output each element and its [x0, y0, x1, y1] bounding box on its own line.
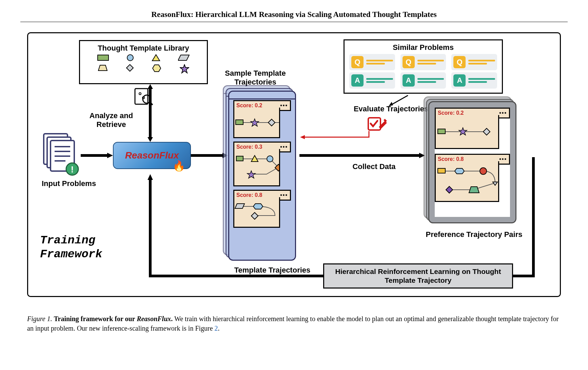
- similar-problems-title: Similar Problems: [349, 43, 497, 52]
- a-icon: A: [453, 74, 466, 87]
- svg-rect-8: [135, 89, 148, 104]
- svg-marker-15: [148, 137, 153, 142]
- q-icon: Q: [403, 56, 415, 68]
- svg-marker-5: [126, 64, 133, 71]
- circle-icon: [126, 54, 134, 61]
- triangle-icon: [152, 54, 160, 61]
- diamond-icon: [126, 64, 134, 72]
- input-problems-label: Input Problems: [42, 179, 96, 188]
- figure-2-link[interactable]: 2: [215, 325, 218, 332]
- arrow-ttl-rflux: [147, 84, 154, 142]
- q-icon: Q: [453, 56, 466, 68]
- svg-point-1: [127, 55, 133, 61]
- svg-marker-30: [251, 119, 259, 126]
- q-row: Q Q Q: [349, 54, 497, 70]
- svg-marker-26: [107, 153, 113, 158]
- trapezoid-icon: [98, 64, 107, 72]
- ttl-shapes-row-1: [80, 53, 207, 63]
- svg-marker-2: [152, 55, 160, 61]
- ttl-title: Thought Template Library: [80, 44, 207, 53]
- svg-marker-45: [300, 135, 305, 139]
- arrow-input-rflux: [81, 152, 113, 159]
- svg-rect-0: [98, 55, 109, 60]
- svg-marker-7: [180, 64, 189, 73]
- hexagon-icon: [152, 64, 161, 72]
- star-icon: [180, 64, 189, 74]
- analyze-retrieve-label: Analyze and Retrieve: [87, 111, 135, 129]
- svg-text:!: !: [71, 164, 74, 174]
- similar-problems-box: Similar Problems Q Q Q A A A: [344, 39, 503, 94]
- input-documents-icon: !: [42, 132, 79, 176]
- diagram-frame: Thought Template Library Analyze and Ret…: [27, 32, 561, 297]
- q-icon: Q: [351, 56, 364, 68]
- svg-marker-3: [178, 55, 189, 60]
- svg-marker-50: [483, 128, 490, 135]
- svg-marker-4: [98, 65, 107, 71]
- thought-template-library-box: Thought Template Library: [79, 40, 208, 84]
- svg-rect-48: [438, 129, 445, 134]
- a-icon: A: [403, 74, 415, 87]
- pref-traj-top: [435, 115, 499, 149]
- svg-marker-6: [153, 65, 161, 72]
- svg-rect-29: [236, 120, 243, 125]
- figure-caption: Figure 1. Training framework for our Rea…: [27, 314, 561, 333]
- hrl-box: Hierarchical Reinforcement Learning on T…: [323, 263, 513, 289]
- training-framework-label: TrainingFramework: [40, 234, 102, 261]
- ttl-shapes-row-2: [80, 63, 207, 75]
- a-icon: A: [351, 74, 364, 87]
- svg-marker-31: [268, 119, 275, 126]
- svg-marker-57: [148, 174, 153, 180]
- svg-marker-14: [148, 84, 153, 89]
- svg-marker-49: [459, 128, 467, 135]
- sample-template-trajectories-label: Sample Template Trajectories: [218, 69, 293, 87]
- paper-title: ReasonFlux: Hierarchical LLM Reasoning v…: [20, 10, 568, 22]
- arrow-evaluate-to-score: [299, 130, 371, 144]
- a-row: A A A: [349, 72, 497, 89]
- rect-icon: [97, 54, 109, 61]
- traj-graph-1: [233, 108, 280, 138]
- parallelogram-icon: [178, 54, 190, 61]
- evaluate-trajectories-label: Evaluate Trajectories: [347, 105, 435, 113]
- svg-line-40: [392, 95, 408, 105]
